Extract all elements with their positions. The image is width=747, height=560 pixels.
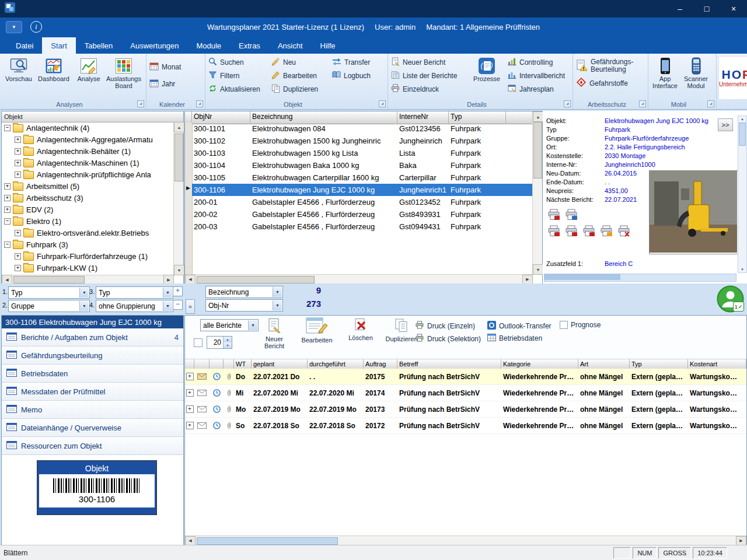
delete-report-button[interactable]: Löschen: [344, 318, 378, 341]
scrollbar-thumb[interactable]: [544, 274, 620, 280]
nav-item[interactable]: Messdaten der Prüfmittel: [2, 383, 183, 401]
printer-export-icon[interactable]: [565, 209, 578, 223]
tree-horizontal-scrollbar[interactable]: ◀ ▶: [2, 275, 174, 284]
filter2-select[interactable]: Gruppe▼: [8, 300, 90, 312]
gefahrstoffe-button[interactable]: Gefahrstoffe: [574, 76, 647, 90]
scroll-down-icon[interactable]: ▼: [533, 264, 543, 275]
scroll-down-icon[interactable]: ▼: [738, 268, 746, 271]
report-row[interactable]: + So 22.07.2018 So 22.07.2018 So 20172 P…: [185, 418, 746, 434]
chevron-down-icon[interactable]: ▼: [79, 301, 89, 311]
chevron-down-icon[interactable]: ▼: [248, 320, 257, 330]
jahresplan-button[interactable]: Jahresplan: [506, 82, 569, 96]
chevron-down-icon[interactable]: ▼: [273, 300, 282, 310]
tree-item[interactable]: + Elektro-ortsveränd.elektr.Betriebs: [2, 227, 174, 239]
print-selection-button[interactable]: Druck (Selektion): [415, 334, 481, 344]
tree-item[interactable]: + Arbeitsschutz (3): [2, 192, 174, 204]
menu-tab[interactable]: Module: [187, 37, 230, 54]
logbuch-button[interactable]: Logbuch: [330, 69, 384, 82]
transfer-button[interactable]: Transfer: [330, 55, 384, 69]
tree-item[interactable]: + Arbeitsmittel (5): [2, 180, 174, 192]
row-expand-icon[interactable]: +: [186, 422, 194, 429]
pdf-print-icon[interactable]: [547, 225, 560, 239]
scrollbar-thumb[interactable]: [197, 276, 315, 284]
prognose-toggle[interactable]: Prognose: [560, 321, 601, 329]
table-row[interactable]: 200-01 Gabelstapler E4566 , Flurförderze…: [185, 196, 533, 208]
scroll-left-icon[interactable]: ◀: [185, 536, 196, 546]
monat-button[interactable]: Monat: [148, 60, 204, 74]
liste-der-berichte-button[interactable]: Liste der Berichte: [389, 69, 467, 82]
tree-expander-icon[interactable]: +: [15, 160, 21, 166]
table-row[interactable]: 300-1105 Elektrohubwagen Carterpillar 16…: [185, 172, 533, 184]
einzeldruck-button[interactable]: Einzeldruck: [389, 82, 467, 96]
report-row[interactable]: + Do 22.07.2021 Do . . 20175 Prüfung nac…: [185, 369, 746, 385]
tree-vertical-scrollbar[interactable]: ▲ ▼: [173, 122, 183, 275]
pdf-print-icon[interactable]: [582, 225, 595, 239]
table-row[interactable]: 200-02 Gabelstapler E4566 , Flurförderze…: [185, 208, 533, 220]
quick-access-dropdown-icon[interactable]: ▼: [6, 21, 22, 33]
tree-expander-icon[interactable]: +: [15, 265, 21, 271]
nav-item[interactable]: Berichte / Aufgaben zum Objekt 4: [2, 328, 183, 346]
outlook-transfer-button[interactable]: Outlook-Transfer: [487, 321, 551, 331]
details-vertical-scrollbar[interactable]: ▲ ▼: [738, 116, 747, 273]
analyse-button[interactable]: Analyse: [71, 55, 106, 99]
dashboard-button[interactable]: Dashboard: [36, 55, 71, 99]
scrollbar-thumb[interactable]: [533, 122, 542, 178]
scroll-right-icon[interactable]: ▶: [736, 536, 746, 546]
page-size-checkbox[interactable]: [194, 338, 203, 347]
table-row[interactable]: 300-1101 Elektrohubwagen 084 Gst0123456 …: [185, 123, 533, 135]
menu-tab[interactable]: Start: [42, 37, 75, 54]
group-dialog-launcher-icon[interactable]: ◢: [379, 100, 386, 107]
table-row[interactable]: ▶ 300-1106 Elektrohubwagen Jung EJC 1000…: [185, 184, 533, 196]
controlling-button[interactable]: Controlling: [506, 55, 569, 69]
sort2-select[interactable]: Obj-Nr▼: [205, 299, 283, 312]
scroll-left-icon[interactable]: ◀: [185, 275, 196, 285]
tree-expander-icon[interactable]: +: [4, 206, 11, 213]
menu-tab[interactable]: Auswertungen: [121, 37, 187, 54]
remove-filter-button[interactable]: −: [173, 300, 183, 310]
scanner-modul-button[interactable]: Scanner Modul: [680, 55, 711, 99]
report-row[interactable]: + Mi 22.07.2020 Mi 22.07.2020 Mi 20174 P…: [185, 385, 746, 401]
spin-down-icon[interactable]: ▼: [224, 342, 232, 348]
scroll-right-icon[interactable]: ▶: [522, 275, 533, 285]
prognose-checkbox[interactable]: [560, 321, 568, 329]
auslastungs-board-button[interactable]: Auslastungs Board: [106, 55, 141, 99]
neuer-bericht-button[interactable]: Neuer Bericht: [389, 55, 467, 69]
close-button[interactable]: ×: [720, 0, 747, 18]
scroll-up-icon[interactable]: ▲: [533, 111, 543, 122]
nav-item[interactable]: Ressourcen zum Objekt: [2, 437, 183, 455]
tree-expander-icon[interactable]: +: [15, 148, 21, 155]
report-row[interactable]: + Mo 22.07.2019 Mo 22.07.2019 Mo 20173 P…: [185, 401, 746, 418]
chevron-down-icon[interactable]: ▼: [163, 301, 172, 311]
menu-tab[interactable]: Extras: [230, 37, 269, 54]
tree-expander-icon[interactable]: −: [4, 242, 11, 248]
intervallbericht-button[interactable]: Intervallbericht: [506, 69, 569, 82]
expand-details-button[interactable]: >>: [718, 118, 733, 131]
nav-item[interactable]: Betriebsdaten: [2, 365, 183, 383]
chevron-down-icon[interactable]: ▼: [273, 287, 282, 297]
filter3-select[interactable]: Typ▼: [96, 286, 173, 299]
menu-tab[interactable]: Datei: [7, 37, 42, 54]
add-filter-button[interactable]: +: [173, 286, 183, 296]
neu-button[interactable]: Neu: [270, 55, 328, 69]
printer-pdf-icon[interactable]: [547, 209, 560, 223]
new-report-button[interactable]: Neuer Bericht: [257, 318, 291, 349]
spin-up-icon[interactable]: ▲: [224, 337, 232, 342]
tree-item[interactable]: + Anlagentechnik-Behälter (1): [2, 145, 174, 157]
page-size-stepper[interactable]: 20 ▲▼: [207, 336, 232, 349]
filter1-select[interactable]: Typ▼: [8, 286, 90, 299]
scroll-up-icon[interactable]: ▲: [174, 122, 184, 132]
edit-report-button[interactable]: Bearbeiten: [295, 317, 339, 344]
chevron-down-icon[interactable]: ▼: [163, 288, 172, 298]
scrollbar-thumb[interactable]: [739, 123, 746, 146]
sort1-select[interactable]: Bezeichnung▼: [205, 286, 283, 298]
tree-expander-icon[interactable]: +: [15, 136, 21, 143]
bearbeiten-button[interactable]: Bearbeiten: [270, 69, 328, 82]
tree-expander-icon[interactable]: +: [4, 183, 11, 190]
group-dialog-launcher-icon[interactable]: ◢: [196, 100, 203, 107]
minimize-button[interactable]: –: [666, 0, 693, 18]
nav-item[interactable]: Gefährdungsbeurteilung: [2, 346, 183, 365]
tree-item[interactable]: + Anlagentechnik-Aggregate/Armatu: [2, 134, 174, 145]
suchen-button[interactable]: Suchen: [207, 55, 267, 69]
table-row[interactable]: 300-1103 Elektrohubwagen 1500 kg Lista L…: [185, 147, 533, 159]
row-expand-icon[interactable]: +: [186, 389, 194, 397]
